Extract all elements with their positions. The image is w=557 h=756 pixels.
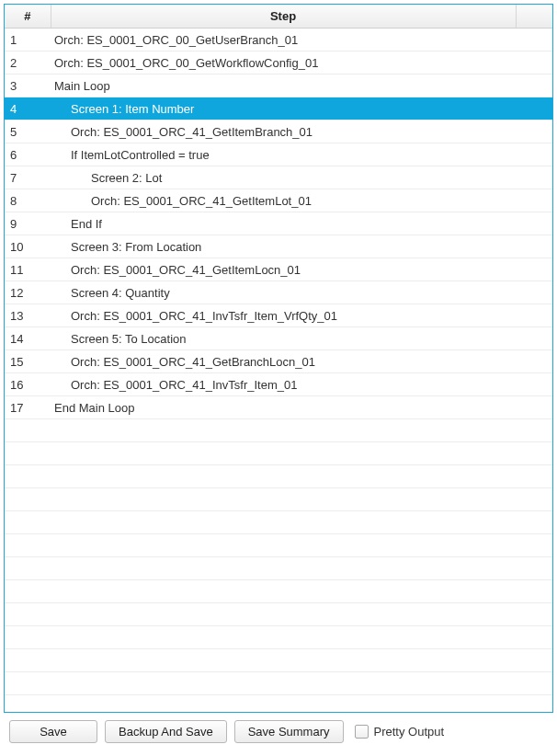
empty-cell	[5, 442, 51, 465]
row-step: End If	[51, 212, 516, 235]
row-num: 13	[5, 304, 51, 327]
table-row-empty[interactable]	[5, 580, 552, 603]
pretty-output-label: Pretty Output	[374, 725, 445, 739]
row-step: Screen 4: Quantity	[51, 281, 516, 304]
header-row: # Step	[5, 5, 552, 29]
row-num: 3	[5, 74, 51, 97]
row-extra	[516, 189, 552, 212]
empty-cell	[516, 465, 552, 488]
empty-cell	[516, 626, 552, 649]
table-body: 1Orch: ES_0001_ORC_00_GetUserBranch_012O…	[5, 29, 552, 695]
empty-cell	[516, 603, 552, 626]
row-num: 12	[5, 281, 51, 304]
empty-cell	[5, 580, 51, 603]
empty-cell	[51, 419, 516, 442]
empty-cell	[5, 488, 51, 511]
button-bar: Save Backup And Save Save Summary Pretty…	[4, 713, 553, 752]
empty-cell	[516, 580, 552, 603]
table-row-empty[interactable]	[5, 419, 552, 442]
row-extra	[516, 120, 552, 143]
table-row-empty[interactable]	[5, 442, 552, 465]
row-extra	[516, 166, 552, 189]
row-step: Screen 3: From Location	[51, 235, 516, 258]
table-row[interactable]: 4Screen 1: Item Number	[5, 97, 552, 120]
table-row[interactable]: 12Screen 4: Quantity	[5, 281, 552, 304]
row-num: 7	[5, 166, 51, 189]
table-row[interactable]: 2Orch: ES_0001_ORC_00_GetWorkflowConfig_…	[5, 52, 552, 74]
row-step: End Main Loop	[51, 396, 516, 419]
pretty-output-wrap: Pretty Output	[355, 725, 445, 739]
table-row[interactable]: 9End If	[5, 212, 552, 235]
row-num: 16	[5, 373, 51, 396]
save-button[interactable]: Save	[9, 720, 97, 743]
header-extra[interactable]	[516, 5, 552, 29]
row-step: Orch: ES_0001_ORC_41_GetItemLot_01	[51, 189, 516, 212]
row-step: Orch: ES_0001_ORC_00_GetWorkflowConfig_0…	[51, 52, 516, 74]
empty-cell	[51, 488, 516, 511]
row-num: 8	[5, 189, 51, 212]
row-num: 6	[5, 143, 51, 166]
row-extra	[516, 304, 552, 327]
row-extra	[516, 258, 552, 281]
row-num: 2	[5, 52, 51, 74]
table-row-empty[interactable]	[5, 603, 552, 626]
empty-cell	[5, 626, 51, 649]
row-step: Orch: ES_0001_ORC_41_GetItemLocn_01	[51, 258, 516, 281]
table-row[interactable]: 16Orch: ES_0001_ORC_41_InvTsfr_Item_01	[5, 373, 552, 396]
table-row-empty[interactable]	[5, 534, 552, 557]
empty-cell	[5, 557, 51, 580]
table-row[interactable]: 3Main Loop	[5, 74, 552, 97]
row-num: 5	[5, 120, 51, 143]
empty-cell	[516, 419, 552, 442]
row-extra	[516, 52, 552, 74]
row-extra	[516, 97, 552, 120]
row-extra	[516, 29, 552, 52]
row-extra	[516, 281, 552, 304]
table-row[interactable]: 6If ItemLotControlled = true	[5, 143, 552, 166]
table-row[interactable]: 11Orch: ES_0001_ORC_41_GetItemLocn_01	[5, 258, 552, 281]
row-step: Orch: ES_0001_ORC_41_InvTsfr_Item_01	[51, 373, 516, 396]
table-row[interactable]: 10Screen 3: From Location	[5, 235, 552, 258]
table-row-empty[interactable]	[5, 557, 552, 580]
empty-cell	[5, 672, 51, 695]
empty-cell	[51, 511, 516, 534]
row-num: 10	[5, 235, 51, 258]
table-row[interactable]: 15Orch: ES_0001_ORC_41_GetBranchLocn_01	[5, 350, 552, 373]
empty-cell	[5, 534, 51, 557]
empty-cell	[516, 534, 552, 557]
row-extra	[516, 74, 552, 97]
table-row-empty[interactable]	[5, 649, 552, 672]
table-row-empty[interactable]	[5, 465, 552, 488]
header-num[interactable]: #	[5, 5, 51, 29]
table-row[interactable]: 17End Main Loop	[5, 396, 552, 419]
row-num: 4	[5, 97, 51, 120]
row-extra	[516, 373, 552, 396]
row-extra	[516, 350, 552, 373]
table-row[interactable]: 14Screen 5: To Location	[5, 327, 552, 350]
empty-cell	[51, 580, 516, 603]
empty-cell	[516, 488, 552, 511]
pretty-output-checkbox[interactable]	[355, 725, 369, 739]
empty-cell	[516, 649, 552, 672]
table-row[interactable]: 7Screen 2: Lot	[5, 166, 552, 189]
table-row-empty[interactable]	[5, 488, 552, 511]
backup-save-button[interactable]: Backup And Save	[105, 720, 227, 743]
table-row-empty[interactable]	[5, 672, 552, 695]
table-row[interactable]: 5Orch: ES_0001_ORC_41_GetItemBranch_01	[5, 120, 552, 143]
header-step[interactable]: Step	[51, 5, 516, 29]
table-row-empty[interactable]	[5, 626, 552, 649]
empty-cell	[516, 557, 552, 580]
row-extra	[516, 212, 552, 235]
save-summary-button[interactable]: Save Summary	[234, 720, 344, 743]
empty-cell	[516, 511, 552, 534]
row-extra	[516, 143, 552, 166]
row-extra	[516, 327, 552, 350]
table-row-empty[interactable]	[5, 511, 552, 534]
table-row[interactable]: 13Orch: ES_0001_ORC_41_InvTsfr_Item_VrfQ…	[5, 304, 552, 327]
empty-cell	[51, 442, 516, 465]
steps-table: # Step 1Orch: ES_0001_ORC_00_GetUserBran…	[5, 5, 552, 695]
table-row[interactable]: 8Orch: ES_0001_ORC_41_GetItemLot_01	[5, 189, 552, 212]
empty-cell	[5, 511, 51, 534]
row-step: Screen 2: Lot	[51, 166, 516, 189]
table-row[interactable]: 1Orch: ES_0001_ORC_00_GetUserBranch_01	[5, 29, 552, 52]
